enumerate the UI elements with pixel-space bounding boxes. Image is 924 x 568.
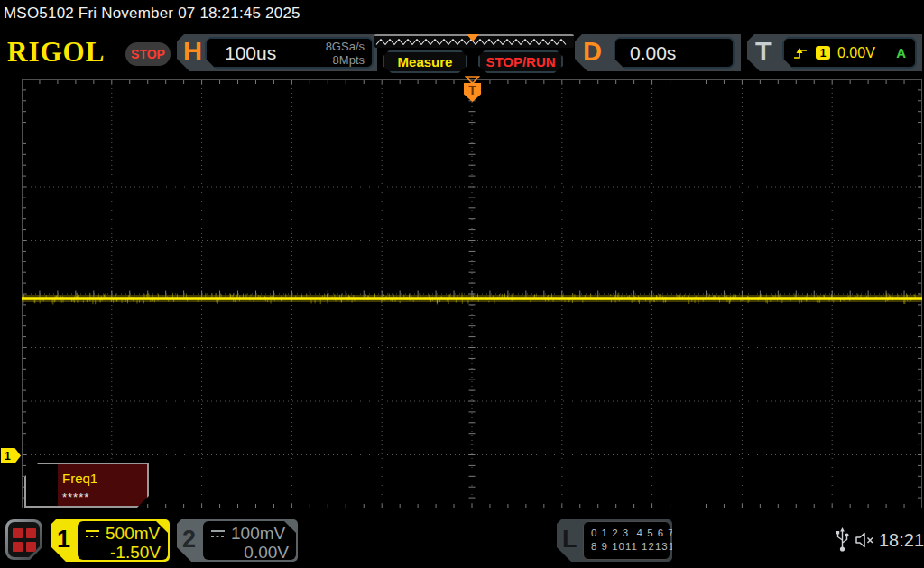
channel1-ground-marker[interactable]: 1: [1, 448, 21, 463]
clock: 18:21: [879, 530, 924, 551]
trigger-label: T: [755, 37, 772, 67]
dc-coupling-icon: [210, 529, 226, 539]
delay-settings-block[interactable]: D 0.00s: [575, 34, 741, 71]
channel2-offset: 0.00V: [210, 543, 289, 563]
speaker-muted-icon[interactable]: [855, 531, 876, 549]
digital-channels-row2: 8 9 1011 12131415: [591, 540, 662, 554]
rising-edge-icon: [793, 46, 808, 60]
channel1-status-block[interactable]: 1 500mV -1.50V: [51, 519, 170, 562]
trigger-level-value: 0.00V: [837, 45, 875, 61]
oscilloscope-screen: MSO5102 Fri November 07 18:21:45 2025 RI…: [0, 0, 924, 568]
measurement-label: Freq1: [62, 471, 97, 486]
model-and-datetime: MSO5102 Fri November 07 18:21:45 2025: [4, 5, 300, 23]
graticule-and-waveform: [22, 79, 922, 508]
memory-position-pointer-icon[interactable]: [467, 34, 479, 41]
logic-analyzer-label: L: [562, 526, 578, 554]
red-square-icon: [26, 528, 36, 538]
dc-coupling-icon: [85, 529, 101, 539]
channel2-scale: 100mV: [231, 524, 285, 544]
measure-button[interactable]: Measure: [383, 50, 467, 73]
trigger-display: 1 0.00V A: [782, 37, 917, 69]
timebase-display: 100us 8GSa/s 8Mpts: [205, 37, 374, 69]
acquisition-status-badge[interactable]: STOP: [125, 42, 171, 66]
stop-run-button[interactable]: STOP/RUN: [478, 50, 563, 73]
red-square-icon: [13, 528, 23, 538]
channel1-offset: -1.50V: [85, 543, 161, 563]
horizontal-settings-block[interactable]: H 100us 8GSa/s 8Mpts: [177, 34, 377, 71]
windows-menu-icon[interactable]: [5, 519, 42, 560]
red-square-icon: [26, 542, 36, 552]
trigger-settings-block[interactable]: T 1 0.00V A: [747, 34, 922, 71]
red-square-icon: [13, 542, 23, 552]
rigol-logo: RIGOL: [7, 36, 105, 69]
timebase-value: 100us: [225, 42, 276, 64]
channel2-number: 2: [182, 526, 196, 554]
horizontal-label: H: [183, 37, 202, 67]
delay-value: 0.00s: [630, 42, 676, 64]
delay-display: 0.00s: [614, 37, 735, 69]
trigger-sweep-mode: A: [896, 45, 906, 60]
sample-info: 8GSa/s 8Mpts: [326, 40, 365, 67]
measurement-value: *****: [62, 490, 89, 504]
memory-position-bar[interactable]: [374, 34, 574, 48]
logic-analyzer-block[interactable]: L 0 1 2 3 4 5 6 7 8 9 1011 12131415: [557, 519, 672, 562]
trigger-source-badge: 1: [816, 46, 830, 60]
channel1-scale: 500mV: [106, 524, 160, 544]
digital-channels-row1: 0 1 2 3 4 5 6 7: [591, 527, 662, 540]
measurement-result-box[interactable]: Freq1 *****: [24, 463, 149, 508]
channel2-status-block[interactable]: 2 100mV 0.00V: [177, 519, 298, 562]
channel1-number: 1: [57, 526, 70, 554]
delay-label: D: [583, 37, 602, 67]
usb-icon: [836, 527, 849, 553]
